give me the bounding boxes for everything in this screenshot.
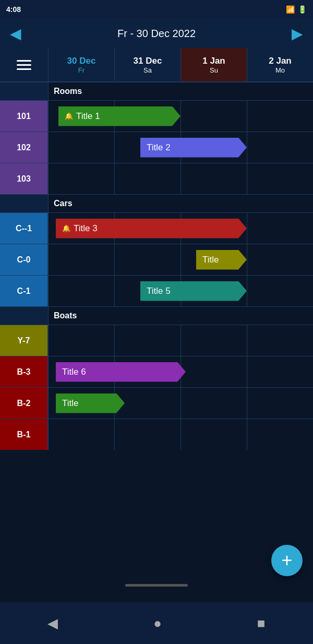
event-bar-title1[interactable]: 🔔Title 1 bbox=[58, 106, 180, 126]
section-header-rooms: Rooms bbox=[0, 82, 313, 100]
grid-cell-103-col0[interactable] bbox=[48, 163, 114, 194]
grid-cell-B-1-col3[interactable] bbox=[247, 419, 313, 450]
resource-row-101: 101🔔Title 1 bbox=[0, 100, 313, 132]
bell-icon: 🔔 bbox=[62, 224, 70, 232]
event-title-title2: Title 2 bbox=[147, 142, 171, 153]
resource-cells-C--1: 🔔Title 3 bbox=[48, 213, 313, 244]
resource-row-102: 102Title 2 bbox=[0, 132, 313, 163]
grid-cell-B-2-col3[interactable] bbox=[247, 388, 313, 419]
resource-row-103: 103 bbox=[0, 163, 313, 194]
col-header-31dec[interactable]: 31 Dec Sa bbox=[114, 48, 180, 81]
resource-row-B-3: B-3Title 6 bbox=[0, 356, 313, 387]
section-title-rooms: Rooms bbox=[48, 82, 313, 100]
grid-cell-C-0-col3[interactable] bbox=[247, 244, 313, 275]
grid-cell-Y-7-col1[interactable] bbox=[114, 325, 180, 356]
grid-cell-101-col2[interactable] bbox=[180, 101, 247, 132]
back-button[interactable]: ◀ bbox=[37, 610, 68, 637]
resource-label-103[interactable]: 103 bbox=[0, 163, 48, 194]
menu-button[interactable] bbox=[17, 60, 31, 70]
section-title-cars: Cars bbox=[48, 195, 313, 212]
event-bar-title6[interactable]: Title 6 bbox=[56, 362, 186, 382]
event-bar-title4[interactable]: Title bbox=[196, 250, 247, 270]
grid-cell-103-col3[interactable] bbox=[247, 163, 313, 194]
bell-icon: 🔔 bbox=[65, 112, 73, 120]
resource-cells-101: 🔔Title 1 bbox=[48, 101, 313, 132]
resource-cells-C-0: Title bbox=[48, 244, 313, 275]
grid-cell-103-col2[interactable] bbox=[180, 163, 247, 194]
grid-cell-102-col3[interactable] bbox=[247, 132, 313, 163]
header-nav: ◀ Fr - 30 Dec 2022 ▶ bbox=[0, 19, 313, 48]
event-title-title4: Title bbox=[202, 255, 219, 265]
event-title-title6: Title 6 bbox=[62, 367, 86, 377]
section-label-empty-boats bbox=[0, 307, 48, 325]
grid-cell-B-3-col2[interactable] bbox=[180, 356, 247, 387]
col-header-2jan[interactable]: 2 Jan Mo bbox=[247, 48, 313, 81]
time-display: 4:08 bbox=[6, 5, 21, 14]
grid-cell-C-0-col0[interactable] bbox=[48, 244, 114, 275]
resource-label-Y-7[interactable]: Y-7 bbox=[0, 325, 48, 356]
section-header-cars: Cars bbox=[0, 194, 313, 212]
grid-cell-C-0-col1[interactable] bbox=[114, 244, 180, 275]
grid-cell-Y-7-col0[interactable] bbox=[48, 325, 114, 356]
section-label-empty-rooms bbox=[0, 82, 48, 100]
resource-label-101[interactable]: 101 bbox=[0, 101, 48, 132]
resource-cells-102: Title 2 bbox=[48, 132, 313, 163]
grid-cell-B-1-col2[interactable] bbox=[180, 419, 247, 450]
grid-cell-Y-7-col3[interactable] bbox=[247, 325, 313, 356]
resource-row-C-0: C-0Title bbox=[0, 244, 313, 275]
add-button[interactable]: + bbox=[271, 545, 303, 576]
grid-cell-B-1-col1[interactable] bbox=[114, 419, 180, 450]
resource-row-C-1: C-1Title 5 bbox=[0, 275, 313, 306]
resource-row-Y-7: Y-7 bbox=[0, 325, 313, 356]
resource-label-C-0[interactable]: C-0 bbox=[0, 244, 48, 275]
event-bar-title5[interactable]: Title 5 bbox=[140, 281, 247, 301]
col-header-30dec[interactable]: 30 Dec Fr bbox=[48, 48, 114, 81]
section-title-boats: Boats bbox=[48, 307, 313, 325]
home-button[interactable]: ● bbox=[143, 610, 172, 637]
grid-cell-Y-7-col2[interactable] bbox=[180, 325, 247, 356]
resource-cells-B-1 bbox=[48, 419, 313, 450]
resource-cells-B-3: Title 6 bbox=[48, 356, 313, 387]
resource-cells-103 bbox=[48, 163, 313, 194]
resource-label-C-1[interactable]: C-1 bbox=[0, 276, 48, 306]
section-label-empty-cars bbox=[0, 195, 48, 212]
grid-cell-C--1-col3[interactable] bbox=[247, 213, 313, 244]
grid-cell-B-2-col2[interactable] bbox=[180, 388, 247, 419]
header-date: Fr - 30 Dec 2022 bbox=[117, 28, 196, 40]
resource-label-B-2[interactable]: B-2 bbox=[0, 388, 48, 419]
resource-row-C--1: C--1🔔Title 3 bbox=[0, 212, 313, 244]
resource-row-B-1: B-1 bbox=[0, 419, 313, 450]
recent-button[interactable]: ■ bbox=[247, 610, 276, 637]
resource-label-B-3[interactable]: B-3 bbox=[0, 356, 48, 387]
scroll-indicator bbox=[125, 584, 188, 587]
prev-arrow[interactable]: ◀ bbox=[5, 23, 26, 44]
section-header-boats: Boats bbox=[0, 306, 313, 325]
event-title-title7: Title bbox=[62, 398, 79, 409]
resource-label-102[interactable]: 102 bbox=[0, 132, 48, 163]
event-title-title1: Title 1 bbox=[76, 111, 100, 122]
event-title-title5: Title 5 bbox=[147, 286, 171, 296]
grid-cell-B-1-col0[interactable] bbox=[48, 419, 114, 450]
grid-cell-101-col3[interactable] bbox=[247, 101, 313, 132]
grid-cell-B-3-col3[interactable] bbox=[247, 356, 313, 387]
resource-cells-C-1: Title 5 bbox=[48, 276, 313, 306]
status-bar: 4:08 📶 🔋 bbox=[0, 0, 313, 19]
grid-cell-C-1-col3[interactable] bbox=[247, 276, 313, 306]
grid-cell-103-col1[interactable] bbox=[114, 163, 180, 194]
event-bar-title2[interactable]: Title 2 bbox=[140, 138, 247, 158]
event-title-title3: Title 3 bbox=[74, 223, 98, 234]
main-grid: Rooms101🔔Title 1102Title 2103CarsC--1🔔Ti… bbox=[0, 82, 313, 450]
grid-cell-C-1-col0[interactable] bbox=[48, 276, 114, 306]
next-arrow[interactable]: ▶ bbox=[287, 23, 308, 44]
row-label-header bbox=[0, 48, 48, 81]
grid-cell-102-col0[interactable] bbox=[48, 132, 114, 163]
column-headers: 30 Dec Fr 31 Dec Sa 1 Jan Su 2 Jan Mo bbox=[0, 48, 313, 82]
bottom-nav: ◀ ● ■ bbox=[0, 602, 313, 644]
resource-label-B-1[interactable]: B-1 bbox=[0, 419, 48, 450]
resource-label-C--1[interactable]: C--1 bbox=[0, 213, 48, 244]
col-header-1jan[interactable]: 1 Jan Su bbox=[180, 48, 247, 81]
event-bar-title3[interactable]: 🔔Title 3 bbox=[56, 219, 247, 238]
event-bar-title7[interactable]: Title bbox=[56, 393, 125, 413]
resource-cells-Y-7 bbox=[48, 325, 313, 356]
resource-row-B-2: B-2Title bbox=[0, 387, 313, 419]
